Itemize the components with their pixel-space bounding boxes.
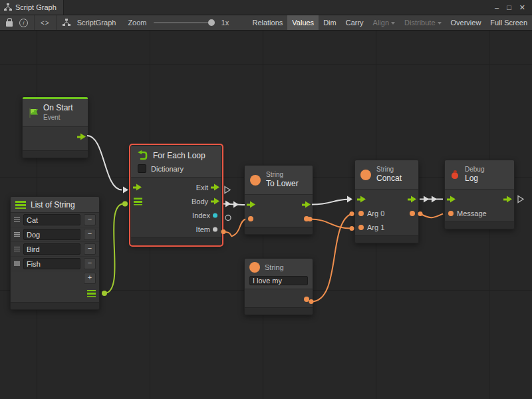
node-string-literal[interactable]: String xyxy=(244,258,313,315)
list-input-port[interactable] xyxy=(134,198,142,205)
zoom-label: Zoom xyxy=(128,19,146,27)
add-item-button[interactable]: + xyxy=(84,273,96,284)
port-label-body: Body xyxy=(192,198,208,205)
toolbar-button-fullscreen[interactable]: Full Screen xyxy=(485,15,532,30)
drag-handle-icon[interactable] xyxy=(14,232,20,237)
flow-output-port[interactable] xyxy=(77,133,86,140)
dictionary-checkbox[interactable] xyxy=(138,164,146,173)
caret-down-icon xyxy=(391,22,395,25)
minimize-button[interactable]: – xyxy=(495,3,499,11)
remove-item-button[interactable]: − xyxy=(84,229,96,240)
maximize-button[interactable]: □ xyxy=(507,3,511,11)
list-item-row: − xyxy=(11,213,99,227)
button-label: Distribute xyxy=(404,19,435,27)
toolbar-button-align[interactable]: Align xyxy=(368,15,400,30)
graph-name: ScriptGraph xyxy=(77,19,116,27)
message-input-port[interactable] xyxy=(448,211,454,216)
node-list-of-string[interactable]: List of String − − − − + xyxy=(10,196,100,310)
unity-script-graph-window: Script Graph – □ ✕ ScriptGraph xyxy=(0,0,532,399)
list-item-row: − xyxy=(11,227,99,242)
flow-input-port[interactable] xyxy=(133,184,142,191)
list-item-input[interactable] xyxy=(23,229,80,240)
value-output-port[interactable] xyxy=(304,297,309,302)
toolbar-button-dim[interactable]: Dim xyxy=(319,15,341,30)
node-for-each-loop[interactable]: For Each Loop Dictionary Exit Body Index xyxy=(130,145,222,245)
item-output-port[interactable] xyxy=(213,227,217,231)
toolbar-button-distribute[interactable]: Distribute xyxy=(400,15,446,30)
tab-title: Script Graph xyxy=(15,3,57,11)
drag-handle-icon[interactable] xyxy=(14,261,20,266)
index-output-port[interactable] xyxy=(213,213,217,217)
remove-item-button[interactable]: − xyxy=(84,258,96,269)
drag-handle-icon[interactable] xyxy=(14,247,20,251)
drag-handle-icon[interactable] xyxy=(14,217,20,222)
zoom-knob[interactable] xyxy=(208,19,215,26)
port-label-exit: Exit xyxy=(196,184,208,192)
graph-icon xyxy=(4,3,12,11)
string-unit-icon xyxy=(360,170,371,180)
node-footer xyxy=(445,221,514,229)
toolbar-button-carry[interactable]: Carry xyxy=(341,15,368,30)
bug-icon xyxy=(450,170,460,180)
flow-output-port[interactable] xyxy=(302,201,311,208)
zoom-slider[interactable] xyxy=(154,22,213,23)
remove-item-button[interactable]: − xyxy=(84,243,96,255)
flow-input-port[interactable] xyxy=(447,196,456,203)
port-label-index: Index xyxy=(192,211,210,219)
graph-icon xyxy=(63,19,70,27)
node-on-start[interactable]: On Start Event xyxy=(22,96,88,158)
node-footer xyxy=(23,150,88,158)
node-footer xyxy=(11,302,99,309)
body-flow-port[interactable] xyxy=(211,198,219,205)
toolbar-button-overview[interactable]: Overview xyxy=(446,15,486,30)
port-label-message: Message xyxy=(457,209,487,217)
flow-output-port[interactable] xyxy=(503,196,512,203)
list-item-input[interactable] xyxy=(23,258,80,269)
button-label: Overview xyxy=(451,19,481,27)
remove-item-button[interactable]: − xyxy=(84,214,96,225)
button-label: Dim xyxy=(323,19,336,27)
window-tab-bar: Script Graph – □ ✕ xyxy=(0,0,532,15)
arg1-input-port[interactable] xyxy=(358,225,364,230)
flow-input-port[interactable] xyxy=(247,201,255,208)
node-subtitle: Event xyxy=(43,114,73,122)
list-item-row: − xyxy=(11,257,99,271)
close-button[interactable]: ✕ xyxy=(519,3,525,12)
list-item-input[interactable] xyxy=(23,214,80,225)
string-value-input[interactable] xyxy=(249,276,308,285)
code-icon[interactable] xyxy=(41,19,50,27)
caret-down-icon xyxy=(438,22,442,25)
port-label-arg1: Arg 1 xyxy=(367,223,384,231)
string-input-port[interactable] xyxy=(248,216,253,221)
node-title: List of String xyxy=(31,200,75,209)
flag-icon xyxy=(28,108,39,118)
string-unit-icon xyxy=(250,175,261,186)
node-type-label: String xyxy=(265,263,284,271)
lock-icon[interactable] xyxy=(6,21,13,27)
exit-flow-port[interactable] xyxy=(211,184,219,191)
result-output-port[interactable] xyxy=(410,211,415,216)
tab-script-graph[interactable]: Script Graph xyxy=(0,0,64,15)
toolbar-buttons: Relations Values Dim Carry Align Distrib… xyxy=(247,15,532,30)
port-label-item: Item xyxy=(196,225,210,233)
port-label-arg0: Arg 0 xyxy=(367,209,384,217)
loop-icon xyxy=(136,150,148,162)
node-footer xyxy=(131,237,221,245)
flow-input-port[interactable] xyxy=(357,196,366,203)
info-icon[interactable] xyxy=(19,19,28,27)
toolbar-button-relations[interactable]: Relations xyxy=(247,15,287,30)
arg0-input-port[interactable] xyxy=(358,211,364,216)
button-label: Relations xyxy=(252,19,283,27)
list-output-port[interactable] xyxy=(87,290,96,297)
node-concat[interactable]: String Concat Arg 0 Arg 1 xyxy=(354,160,419,243)
button-label: Full Screen xyxy=(490,19,527,27)
toolbar-button-values[interactable]: Values xyxy=(287,15,319,30)
node-debug-log[interactable]: Debug Log Message xyxy=(444,160,515,229)
node-type-label: String xyxy=(266,171,299,180)
result-output-port[interactable] xyxy=(304,216,309,221)
node-title: Log xyxy=(465,174,484,184)
node-to-lower[interactable]: String To Lower xyxy=(244,165,313,235)
flow-output-port[interactable] xyxy=(408,196,416,203)
node-title: On Start xyxy=(43,103,73,113)
list-item-input[interactable] xyxy=(23,243,80,255)
